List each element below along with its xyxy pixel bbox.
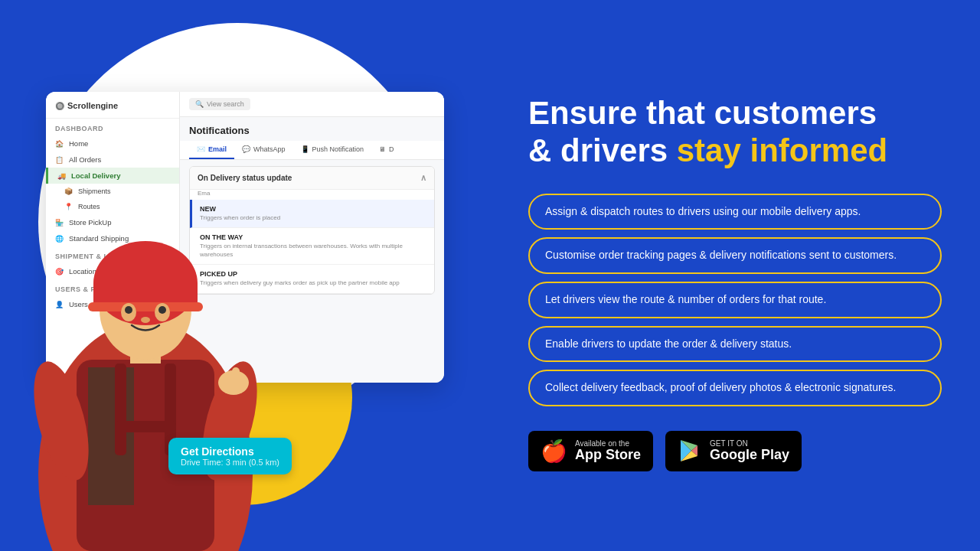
- notifications-title: Notifications: [180, 117, 444, 141]
- headline-line1: Ensure that customers: [528, 95, 877, 131]
- app-store-small: Available on the: [575, 439, 641, 448]
- directions-badge[interactable]: Get Directions Drive Time: 3 min (0.5 km…: [168, 438, 292, 474]
- sidebar-label-all-orders: All Orders: [69, 155, 101, 164]
- google-play-text: GET IT ON Google Play: [710, 439, 789, 463]
- feature-item-4: Enable drivers to update the order & del…: [528, 326, 942, 363]
- tab-whatsapp[interactable]: 💬 WhatsApp: [234, 141, 293, 159]
- collapse-icon[interactable]: ∧: [420, 173, 426, 183]
- svg-rect-19: [115, 421, 176, 432]
- feature-item-3: Let drivers view the route & number of o…: [528, 282, 942, 318]
- headline: Ensure that customers & drivers stay inf…: [528, 95, 942, 169]
- google-play-icon: [678, 439, 702, 463]
- feature-list: Assign & dispatch routes to drivers usin…: [528, 194, 942, 406]
- svg-point-12: [141, 317, 150, 323]
- tabs-row: ✉️ Email 💬 WhatsApp 📱 Push Notification …: [180, 141, 444, 160]
- app-store-text: Available on the App Store: [575, 439, 641, 463]
- d-tab-icon: 🖥: [379, 145, 386, 153]
- left-panel: 🔘 Scrollengine Dashboard 🏠 Home 📋 All Or…: [0, 0, 490, 551]
- feature-item-2: Customise order tracking pages & deliver…: [528, 237, 942, 274]
- tab-push-label: Push Notification: [312, 145, 364, 153]
- tab-d-label: D: [389, 145, 394, 153]
- sidebar-item-home[interactable]: 🏠 Home: [46, 135, 179, 152]
- feature-item-1: Assign & dispatch routes to drivers usin…: [528, 194, 942, 230]
- app-store-button[interactable]: 🍎 Available on the App Store: [528, 431, 653, 471]
- mockup-header: 🔍 View search: [180, 92, 444, 117]
- app-store-large: App Store: [575, 448, 641, 463]
- svg-rect-16: [232, 367, 240, 384]
- tab-whatsapp-label: WhatsApp: [253, 145, 286, 153]
- sidebar-label-home: Home: [69, 139, 88, 148]
- right-panel: Ensure that customers & drivers stay inf…: [490, 0, 980, 551]
- directions-badge-subtitle: Drive Time: 3 min (0.5 km): [181, 458, 279, 467]
- feature-item-5: Collect delivery feedback, proof of deli…: [528, 370, 942, 406]
- headline-highlight: stay informed: [677, 132, 887, 168]
- orders-icon: 📋: [55, 156, 64, 164]
- search-placeholder: View search: [207, 100, 244, 108]
- tab-d[interactable]: 🖥 D: [371, 141, 402, 159]
- tab-push-notification[interactable]: 📱 Push Notification: [293, 141, 372, 159]
- delivery-person: [0, 168, 291, 551]
- tab-email-label: Email: [208, 145, 227, 153]
- push-tab-icon: 📱: [301, 145, 309, 153]
- logo-icon: 🔘: [55, 102, 64, 110]
- svg-point-10: [125, 306, 132, 314]
- store-buttons: 🍎 Available on the App Store GET IT ON G…: [528, 431, 942, 471]
- search-bar[interactable]: 🔍 View search: [189, 98, 250, 110]
- svg-point-11: [158, 306, 166, 314]
- app-name: Scrollengine: [67, 101, 118, 110]
- whatsapp-tab-icon: 💬: [242, 145, 250, 153]
- tab-email[interactable]: ✉️ Email: [189, 141, 234, 159]
- directions-badge-title: Get Directions: [181, 445, 279, 458]
- sidebar-section-dashboard: Dashboard: [46, 119, 179, 135]
- sidebar-item-all-orders[interactable]: 📋 All Orders: [46, 152, 179, 168]
- delivery-person-illustration: [15, 184, 276, 551]
- search-icon: 🔍: [195, 100, 204, 108]
- sidebar-logo: 🔘 Scrollengine: [46, 101, 179, 119]
- svg-rect-7: [88, 302, 203, 311]
- google-play-large: Google Play: [710, 448, 789, 463]
- google-play-small: GET IT ON: [710, 439, 789, 448]
- email-tab-icon: ✉️: [197, 145, 205, 153]
- headline-line2: & drivers: [528, 132, 677, 168]
- svg-rect-17: [115, 364, 126, 455]
- svg-rect-2: [88, 367, 134, 505]
- apple-icon: 🍎: [541, 439, 567, 464]
- home-icon: 🏠: [55, 140, 64, 148]
- google-play-button[interactable]: GET IT ON Google Play: [665, 431, 802, 471]
